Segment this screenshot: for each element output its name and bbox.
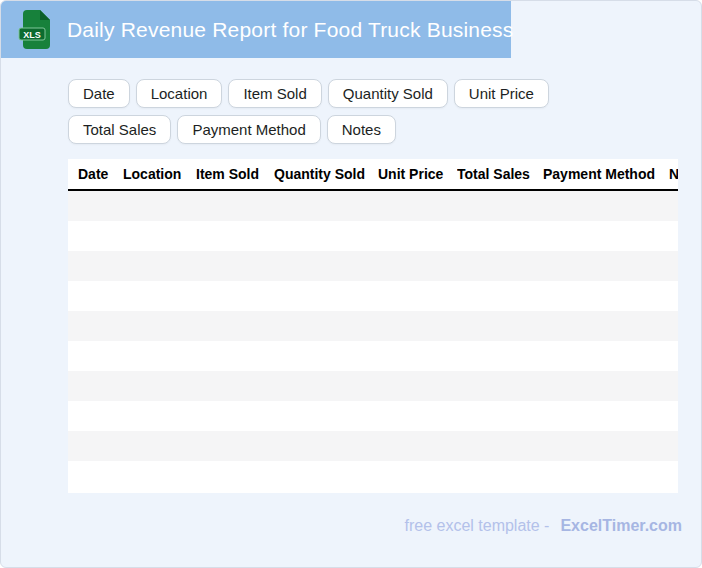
chip-unit-price[interactable]: Unit Price (454, 79, 549, 108)
footer-credit: free excel template - ExcelTimer.com (404, 517, 682, 535)
footer-text: free excel template - (404, 517, 549, 535)
chip-quantity-sold[interactable]: Quantity Sold (328, 79, 448, 108)
table-row (68, 461, 678, 491)
page-title: Daily Revenue Report for Food Truck Busi… (67, 18, 514, 42)
column-header-item-sold: Item Sold (196, 166, 274, 182)
chip-location[interactable]: Location (136, 79, 223, 108)
column-header-unit-price: Unit Price (378, 166, 457, 182)
table-row (68, 311, 678, 341)
column-header-payment-method: Payment Method (543, 166, 669, 182)
column-header-quantity-sold: Quantity Sold (274, 166, 378, 182)
xls-file-icon: XLS (18, 9, 54, 50)
table-row (68, 191, 678, 221)
chip-notes[interactable]: Notes (327, 115, 396, 144)
footer-brand-link[interactable]: ExcelTimer.com (560, 517, 682, 535)
column-chip-list: Date Location Item Sold Quantity Sold Un… (68, 79, 628, 144)
table-row (68, 251, 678, 281)
chip-total-sales[interactable]: Total Sales (68, 115, 171, 144)
template-preview-page: XLS Daily Revenue Report for Food Truck … (0, 0, 702, 568)
table-row (68, 341, 678, 371)
column-header-total-sales: Total Sales (457, 166, 543, 182)
column-header-date: Date (78, 166, 123, 182)
column-header-location: Location (123, 166, 196, 182)
table-row (68, 281, 678, 311)
spreadsheet-preview: Date Location Item Sold Quantity Sold Un… (68, 159, 678, 493)
column-header-notes: Notes (669, 166, 678, 182)
chip-date[interactable]: Date (68, 79, 130, 108)
table-row (68, 401, 678, 431)
table-row (68, 371, 678, 401)
table-body (68, 191, 678, 491)
chip-payment-method[interactable]: Payment Method (177, 115, 320, 144)
table-row (68, 221, 678, 251)
title-banner: XLS Daily Revenue Report for Food Truck … (1, 1, 511, 58)
table-row (68, 431, 678, 461)
table-header-row: Date Location Item Sold Quantity Sold Un… (68, 159, 678, 191)
xls-label: XLS (23, 30, 41, 40)
chip-item-sold[interactable]: Item Sold (228, 79, 321, 108)
